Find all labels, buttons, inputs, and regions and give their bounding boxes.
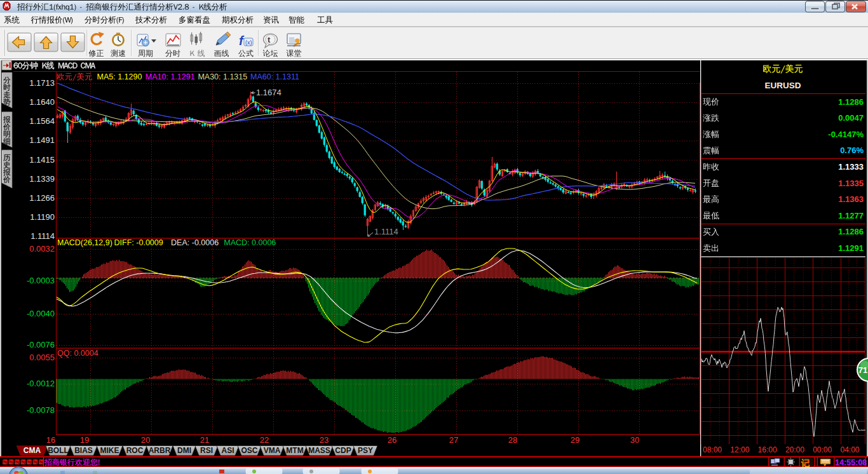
svg-text:0.0055: 0.0055 (29, 353, 55, 362)
svg-text:MA30: 1.1315: MA30: 1.1315 (198, 72, 247, 81)
svg-text:DMI: DMI (177, 446, 191, 455)
svg-text:1.1277: 1.1277 (838, 211, 864, 220)
svg-text:BIAS: BIAS (74, 446, 93, 455)
svg-text:1.1363: 1.1363 (838, 194, 864, 204)
svg-text:1.1339: 1.1339 (29, 174, 55, 184)
svg-text:VMA: VMA (264, 446, 281, 455)
svg-text:1.1114: 1.1114 (374, 227, 398, 236)
svg-text:08:00: 08:00 (703, 445, 722, 454)
svg-text:16: 16 (46, 435, 55, 445)
svg-text:RSI: RSI (200, 446, 213, 455)
svg-text:19: 19 (80, 435, 89, 445)
svg-text:1.1335: 1.1335 (838, 179, 864, 188)
svg-text:1.1291: 1.1291 (838, 243, 864, 253)
svg-text:14:55:08: 14:55:08 (836, 459, 867, 468)
svg-text:0.76%: 0.76% (840, 146, 864, 155)
svg-text:MACD(26,12,9): MACD(26,12,9) (57, 238, 112, 247)
svg-text:22: 22 (260, 435, 269, 445)
svg-text:-0.4147%: -0.4147% (828, 130, 864, 139)
svg-text:MACD: 0.0006: MACD: 0.0006 (224, 238, 276, 247)
svg-text:(x): (x) (245, 39, 252, 46)
svg-text:0.0032: 0.0032 (29, 244, 55, 254)
svg-text:-0.0078: -0.0078 (27, 405, 55, 415)
svg-text:-0.0040: -0.0040 (27, 309, 55, 318)
svg-text:MA60: 1.1311: MA60: 1.1311 (250, 72, 299, 81)
svg-text:MA10: 1.1291: MA10: 1.1291 (146, 72, 195, 81)
svg-text:30: 30 (630, 435, 639, 445)
svg-text:ROC: ROC (126, 446, 144, 455)
svg-text:20:00: 20:00 (785, 445, 804, 454)
svg-text:CMA: CMA (24, 446, 41, 455)
svg-text:1.1674: 1.1674 (256, 88, 281, 97)
svg-text:CDP: CDP (335, 446, 351, 455)
svg-text:ARBR: ARBR (149, 446, 171, 455)
svg-text:-0.0003: -0.0003 (27, 276, 55, 285)
svg-text:16:00: 16:00 (758, 445, 777, 454)
svg-text:28: 28 (508, 435, 517, 445)
svg-text:23: 23 (320, 435, 329, 445)
svg-text:20: 20 (141, 435, 150, 445)
svg-text:00:00: 00:00 (813, 445, 832, 454)
svg-text:1.1190: 1.1190 (30, 212, 55, 222)
svg-text:BOLL: BOLL (48, 446, 69, 455)
svg-text:-0.0076: -0.0076 (27, 340, 55, 349)
svg-text:QQ: 0.0004: QQ: 0.0004 (57, 349, 98, 358)
svg-text:1.1114: 1.1114 (31, 231, 55, 241)
svg-text:MASS: MASS (308, 446, 330, 455)
svg-text:0.0047: 0.0047 (838, 113, 864, 123)
svg-text:1.1640: 1.1640 (29, 97, 55, 107)
svg-text:04:00: 04:00 (840, 445, 859, 454)
svg-text:12:00: 12:00 (730, 445, 749, 454)
svg-text:29: 29 (571, 435, 580, 445)
svg-text:MIKE: MIKE (100, 446, 119, 455)
svg-text:1.1286: 1.1286 (838, 97, 864, 107)
svg-text:1.1415: 1.1415 (29, 155, 55, 165)
svg-text:1.1564: 1.1564 (29, 116, 55, 126)
svg-text:MA5: 1.1290: MA5: 1.1290 (97, 72, 142, 81)
svg-text:21: 21 (200, 435, 209, 445)
svg-text:71: 71 (858, 365, 867, 375)
svg-text:-0.0012: -0.0012 (27, 379, 55, 388)
svg-text:PSY: PSY (358, 446, 373, 455)
svg-text:EURUSD: EURUSD (764, 81, 801, 90)
svg-text:1.1266: 1.1266 (29, 193, 55, 203)
svg-text:26: 26 (388, 435, 397, 445)
svg-text:t: t (268, 35, 271, 44)
svg-text:DIFF: -0.0009: DIFF: -0.0009 (114, 238, 163, 247)
svg-text:ASI: ASI (221, 446, 234, 455)
svg-text:1.1491: 1.1491 (29, 135, 55, 145)
svg-text:OSC: OSC (241, 446, 257, 455)
svg-text:1.1333: 1.1333 (838, 162, 864, 172)
svg-text:1.1286: 1.1286 (838, 227, 864, 236)
svg-text:1.1713: 1.1713 (29, 78, 55, 88)
svg-text:MTM: MTM (286, 446, 303, 455)
svg-text:DEA: -0.0006: DEA: -0.0006 (171, 238, 219, 247)
svg-text:27: 27 (449, 435, 458, 445)
